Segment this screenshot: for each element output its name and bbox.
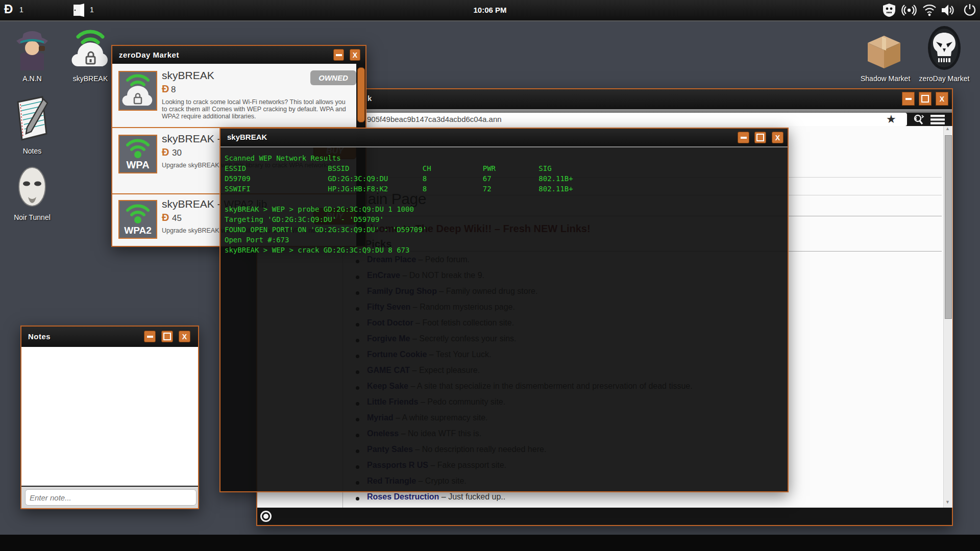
terminal-line: skyBREAK > WEP > probe GD:2G:3C:Q9:DU 1 … [225,204,414,214]
browser-scrollbar[interactable]: ▲ ▼ [943,126,952,508]
wiki-link[interactable]: Roses Destruction [367,492,439,501]
item-name: skyBREAK [162,69,214,82]
minimize-icon [336,54,342,56]
antivirus-shield-icon[interactable] [883,3,896,19]
terminal-titlebar[interactable]: skyBREAK X [220,129,788,147]
box-icon [864,63,904,72]
wpa-lib-icon: WPA [118,135,157,173]
maximize-button[interactable] [754,132,766,143]
wpa2-lib-icon: WPA2 [118,200,157,239]
market-title: zeroDay Market [119,51,179,59]
market-titlebar[interactable]: zeroDay Market X [112,46,365,64]
maximize-icon [163,333,171,340]
terminal-line: Targeting 'GD:2G:3C:Q9:DU' - 'D59709' [225,214,384,224]
mask-icon [17,202,47,211]
url-text: 905f49beac9b147ca3d4acbd6c04a.ann [367,115,502,123]
desktop-icon-noir-tunnel[interactable]: Noir Tunnel [9,166,55,221]
desktop-icon-label: Shadow Market [861,74,908,83]
bookmark-star-icon[interactable]: ★ [886,113,896,126]
detective-icon [13,63,51,72]
svg-text:WPA2: WPA2 [124,225,151,236]
wifi-icon[interactable] [922,4,937,19]
maximize-icon [756,134,764,141]
close-button[interactable]: X [936,92,948,106]
minimize-icon [147,336,153,338]
notepad-icon [14,136,51,144]
desktop-icon-label: Notes [9,147,55,155]
scrollbar-thumb[interactable] [945,135,952,319]
notes-title: Notes [28,332,51,341]
owned-badge: OWNED [310,70,356,85]
terminal-title: skyBREAK [227,133,267,141]
terminal-line: FOUND OPEN PORT! ON 'GD:2G:3C:Q9:DU' - '… [225,224,427,235]
minimize-icon [741,137,747,139]
terminal-line: skyBREAK > WEP > crack GD:2G:3C:Q9:DU 8 … [225,245,409,255]
skull-icon [927,63,962,72]
close-button[interactable]: X [772,132,783,143]
notes-list-area[interactable] [21,347,198,486]
note-input[interactable] [25,489,197,506]
price-value: 8 [171,85,176,95]
desktop-icon-notes[interactable]: Notes [9,95,55,155]
browser-bottom-bar [257,508,952,525]
record-icon[interactable] [260,511,272,522]
desktop-icon-skybreak[interactable]: skyBREAK [67,29,113,83]
bullet [356,497,359,500]
notes-titlebar[interactable]: Notes X [21,327,198,347]
taskbar: Đ 1 1 10:06 PM [0,0,980,21]
bottom-black-band [0,535,980,551]
desktop-icon-shadow-market[interactable]: Shadow Market [861,30,908,83]
maximize-button[interactable] [161,331,173,342]
minimize-button[interactable] [144,331,156,342]
desktop-icon-ann[interactable]: A.N.N [9,28,55,83]
price-value: 45 [172,213,182,223]
minimize-button[interactable] [333,49,344,61]
terminal-line: D59709 GD:2G:3C:Q9:DU 8 67 802.11B+ [225,173,573,184]
close-button[interactable]: X [350,49,360,61]
terminal-line: Scanned WEP Network Results [225,153,341,163]
browser-title: k [368,94,372,103]
desktop-icon-label: skyBREAK [67,74,113,83]
wifi-cloud-lock-icon [71,63,110,72]
desktop-icon-label: A.N.N [9,74,55,83]
minimize-icon [905,98,912,100]
notes-window: Notes X [20,325,199,509]
price-currency: Đ [162,146,169,158]
scroll-up-icon[interactable]: ▲ [945,126,950,131]
scroll-down-icon[interactable]: ▼ [945,499,950,505]
desktop-icon-label: Noir Tunnel [9,213,55,221]
terminal-line: Open Port #:673 [225,235,289,245]
desktop-icon-zeroday-market[interactable]: zeroDay Market [919,26,970,83]
skybreak-tool-icon [118,71,157,111]
market-item[interactable]: skyBREAK Đ 8 OWNED Looking to crack some… [112,64,356,127]
menu-hamburger-icon[interactable] [930,114,945,127]
wiki-link-desc: – Just fucked up.. [442,492,505,501]
price-value: 30 [172,148,182,158]
close-button[interactable]: X [179,331,190,342]
desktop-icon-label: zeroDay Market [919,74,970,83]
maximize-icon [921,95,929,103]
terminal-line: ESSID BSSID CH PWR SIG [225,163,552,173]
clock: 10:06 PM [0,6,980,14]
notes-input-strip [21,487,198,508]
scrollbar-thumb[interactable] [357,67,365,122]
volume-icon[interactable] [941,4,955,19]
maximize-button[interactable] [919,92,932,106]
item-description: Looking to crack some local Wi-Fi networ… [162,98,352,120]
code-search-icon[interactable] [913,114,926,127]
minimize-button[interactable] [902,92,915,106]
broadcast-icon[interactable] [901,4,917,19]
power-icon[interactable] [964,4,976,19]
skybreak-terminal-window: skyBREAK X Scanned WEP Network Results E… [219,128,789,492]
minimize-button[interactable] [738,132,749,143]
svg-text:WPA: WPA [126,159,149,170]
price-currency: Đ [162,83,169,95]
terminal-line: SSWIFI HP:JG:HB:F8:K2 8 72 802.11B+ [225,184,573,194]
price-currency: Đ [162,212,169,223]
